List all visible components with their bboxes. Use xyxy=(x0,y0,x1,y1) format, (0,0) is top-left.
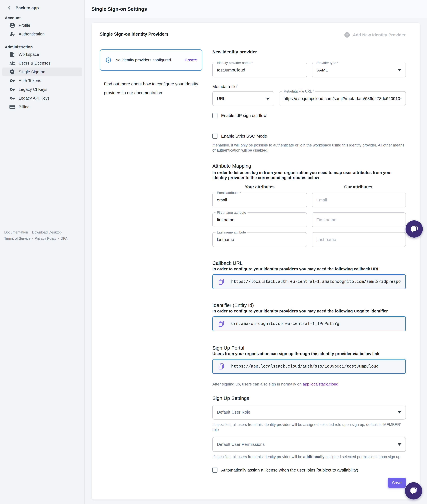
sidebar-section-administration: Administration xyxy=(0,44,84,50)
first-name-attribute-label: First name attribute xyxy=(215,211,248,215)
strict-sso-checkbox[interactable] xyxy=(212,134,217,139)
sidebar-item-label: Workspace xyxy=(19,52,39,57)
building-icon xyxy=(9,51,15,58)
sidebar-item-label: Legacy API Keys xyxy=(19,96,50,101)
our-email-field[interactable]: Email xyxy=(312,193,406,207)
sidebar-item-workspace[interactable]: Workspace xyxy=(2,50,82,59)
documentation-link[interactable]: Documentation xyxy=(4,230,28,234)
callback-url-value: https://localstack.auth.eu-central-1.ama… xyxy=(231,279,401,284)
provider-type-value: SAML xyxy=(316,68,396,72)
sidebar-item-label: Single Sign-on xyxy=(19,70,45,74)
add-new-identity-provider-button[interactable]: Add New Identity Provider xyxy=(344,32,405,38)
identity-provider-name-field[interactable]: Identity provider name * testJumpCloud xyxy=(212,63,307,78)
key-icon xyxy=(9,78,15,84)
copy-icon[interactable] xyxy=(218,363,225,370)
signup-portal-value: https://app.localstack.cloud/auth/sso/1e… xyxy=(231,364,379,369)
app-localstack-cloud-link[interactable]: app.localstack.cloud xyxy=(303,382,338,386)
auto-license-checkbox[interactable] xyxy=(212,468,217,473)
email-attribute-value: email xyxy=(217,198,303,202)
metadata-source-select[interactable]: URL xyxy=(212,91,274,106)
your-attributes-header: Your attributes xyxy=(212,185,307,189)
sidebar-item-label: Profile xyxy=(19,23,30,28)
card-title: Single Sign-on Identity Providers xyxy=(100,32,168,37)
page-header: Single Sign-on Settings xyxy=(85,0,427,18)
back-to-app-label: Back to app xyxy=(15,6,39,10)
last-name-attribute-field[interactable]: Last name attribute lastname xyxy=(212,232,307,247)
create-provider-link[interactable]: Create xyxy=(184,58,197,62)
attribute-mapping-description: In order to let users log in from your o… xyxy=(212,170,406,180)
add-new-identity-provider-label: Add New Identity Provider xyxy=(353,32,405,37)
callback-url-box: https://localstack.auth.eu-central-1.ama… xyxy=(212,274,406,289)
provider-type-select[interactable]: Provider type * SAML xyxy=(312,63,406,78)
signup-portal-heading: Sign Up Portal xyxy=(212,345,406,351)
sidebar: Back to app Account Profile Authenticati… xyxy=(0,0,85,504)
documentation-note: Find out more about how to configure you… xyxy=(104,79,203,97)
copy-icon[interactable] xyxy=(218,320,225,327)
sidebar-item-label: Billing xyxy=(19,105,30,109)
idp-signout-label: Enable IdP sign out flow xyxy=(221,113,267,118)
first-name-attribute-value: firstname xyxy=(217,217,303,222)
info-icon xyxy=(106,57,111,63)
idp-signout-checkbox[interactable] xyxy=(212,113,217,118)
sidebar-item-auth-tokens[interactable]: Auth Tokens xyxy=(2,76,82,85)
sidebar-item-billing[interactable]: Billing xyxy=(2,102,82,111)
copy-icon[interactable] xyxy=(218,278,225,285)
back-to-app-button[interactable]: Back to app xyxy=(0,0,84,11)
chevron-down-icon xyxy=(398,443,401,446)
callback-url-heading: Callback URL xyxy=(212,260,406,266)
metadata-file-url-field[interactable]: Metadata File URL * https://sso.jumpclou… xyxy=(279,91,406,106)
default-user-permissions-select[interactable]: Default User Permissions xyxy=(212,437,406,452)
first-name-attribute-field[interactable]: First name attribute firstname xyxy=(212,212,307,227)
terms-of-service-link[interactable]: Terms of Service xyxy=(4,236,30,240)
chat-icon xyxy=(409,486,419,496)
chat-widget-button[interactable] xyxy=(405,482,422,499)
our-attributes-header: Our attributes xyxy=(311,185,405,189)
sidebar-section-account: Account xyxy=(0,15,84,21)
signup-portal-description: Users from your organization can sign up… xyxy=(212,351,406,356)
default-user-role-select[interactable]: Default User Role xyxy=(212,405,406,419)
identity-provider-name-label: Identity provider name * xyxy=(215,61,254,65)
default-user-permissions-placeholder: Default User Permissions xyxy=(217,442,396,447)
key-icon xyxy=(9,95,15,101)
form-heading: New identity provider xyxy=(212,49,406,54)
email-attribute-field[interactable]: Email attribute * email xyxy=(212,193,307,207)
sidebar-item-users-licenses[interactable]: Users & Licenses xyxy=(2,59,82,68)
signup-settings-heading: Sign Up Settings xyxy=(212,395,406,402)
download-desktop-link[interactable]: Download Desktop xyxy=(32,230,61,234)
sidebar-item-label: Legacy CI Keys xyxy=(19,87,47,92)
metadata-file-label: Metadata file* xyxy=(212,84,406,89)
sso-settings-card: Single Sign-on Identity Providers Add Ne… xyxy=(92,23,420,500)
sidebar-item-single-sign-on[interactable]: Single Sign-on xyxy=(2,68,82,76)
no-providers-alert: No identity providers configured. Create xyxy=(100,49,202,71)
sidebar-item-legacy-api-keys[interactable]: Legacy API Keys xyxy=(2,94,82,102)
last-name-attribute-label: Last name attribute xyxy=(215,230,247,234)
alert-message: No identity providers configured. xyxy=(115,58,181,62)
our-last-name-field[interactable]: Last name xyxy=(312,232,406,247)
sidebar-item-authentication[interactable]: Authentication xyxy=(2,30,82,39)
our-first-name-field[interactable]: First name xyxy=(312,212,406,227)
chevron-down-icon xyxy=(398,411,401,413)
default-user-permissions-helper: If specified, all users from this identi… xyxy=(212,454,406,459)
privacy-policy-link[interactable]: Privacy Policy xyxy=(35,236,57,240)
identifier-description: In order to configure your identity prov… xyxy=(212,309,406,314)
default-user-role-helper: If specified, all users from this identi… xyxy=(212,422,406,432)
dpa-link[interactable]: DPA xyxy=(61,236,68,240)
chat-icon xyxy=(409,224,419,234)
sidebar-item-label: Auth Tokens xyxy=(19,78,41,83)
default-user-role-placeholder: Default User Role xyxy=(217,410,396,415)
metadata-file-url-value: https://sso.jumpcloud.com/saml2/metadata… xyxy=(283,96,401,101)
shield-star-icon xyxy=(9,69,15,75)
person-key-icon xyxy=(9,31,15,37)
sidebar-item-legacy-ci-keys[interactable]: Legacy CI Keys xyxy=(2,85,82,94)
sidebar-item-profile[interactable]: Profile xyxy=(2,21,82,30)
auto-license-label: Automatically assign a license when the … xyxy=(221,468,358,473)
chevron-left-icon xyxy=(7,5,12,11)
our-first-name-placeholder: First name xyxy=(316,217,401,222)
last-name-attribute-value: lastname xyxy=(217,237,303,242)
strict-sso-helper: If enabled, it will only be possible to … xyxy=(212,143,406,153)
identifier-box: urn:amazon:cognito:sp:eu-central-1_IPnPs… xyxy=(212,316,406,331)
chat-widget-button[interactable] xyxy=(405,220,423,238)
sidebar-item-label: Users & Licenses xyxy=(19,61,51,66)
save-button[interactable]: Save xyxy=(388,478,406,488)
our-email-placeholder: Email xyxy=(316,198,401,202)
